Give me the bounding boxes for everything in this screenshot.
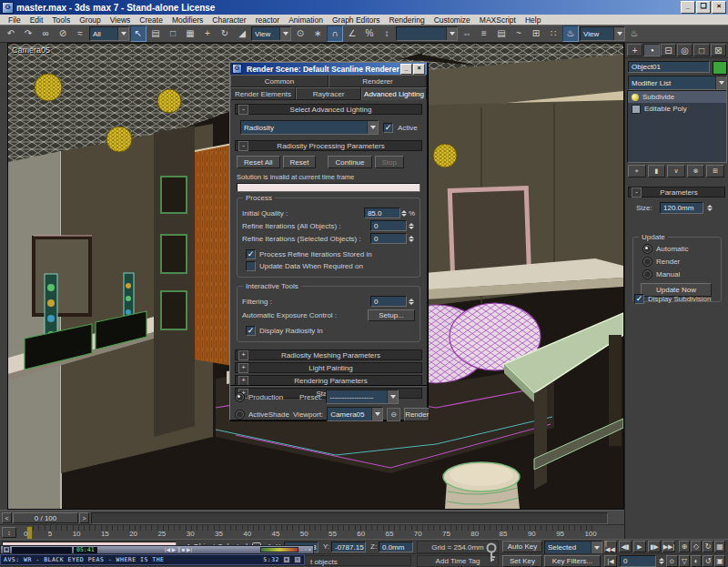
viewport-label[interactable]: Camera05 [12,46,50,55]
render-button[interactable]: Render [404,408,430,421]
tab-render-elements[interactable]: Render Elements [230,87,296,100]
menu-customize[interactable]: Customize [430,15,475,25]
menu-group[interactable]: Group [75,15,106,25]
refine-all-field[interactable]: 0 [370,220,407,231]
perspective-button[interactable]: ◇ [691,541,702,552]
update-render-radio[interactable] [642,257,652,267]
filtering-field[interactable]: 0 [370,296,407,307]
size-field[interactable]: 120.0mm [660,202,703,214]
menu-create[interactable]: Create [135,15,167,25]
panel-tab-utilities[interactable]: ⊠ [711,44,726,56]
selection-set-dropdown[interactable]: Selected [545,543,591,552]
object-name-field[interactable]: Object01 [628,61,710,73]
chevron-down-icon[interactable] [387,390,398,403]
roll-camera-button[interactable]: ↻ [703,541,713,552]
render-scene-dialog[interactable]: G Render Scene: Default Scanline Rendere… [229,62,428,420]
title-bar[interactable]: G master.max - 3ds max 7 - Stand-alone L… [0,0,728,15]
select-by-name-button[interactable]: ▤ [147,25,164,42]
initial-quality-spinner[interactable] [400,210,409,217]
z-coordinate-field[interactable]: 0.0mm [379,542,413,552]
refine-selected-spinner[interactable] [407,236,415,242]
frame-spinner[interactable] [657,555,665,567]
menu-file[interactable]: File [4,15,25,25]
active-checkbox[interactable]: ✓ [383,123,393,133]
layer-manager-button[interactable]: ▤ [493,25,510,42]
refine-selected-field[interactable]: 0 [370,233,407,244]
winamp-volume-slider[interactable] [260,547,298,552]
panel-tab-modify[interactable]: ◔ [643,44,659,56]
remove-modifier-button[interactable]: ⊗ [687,165,705,177]
update-data-checkbox[interactable]: ✓ [246,261,256,271]
update-automatic-radio[interactable] [642,244,652,254]
unlink-selection-button[interactable]: ⊘ [55,25,71,42]
winamp-titlebar[interactable]: ■ 05:41 |◀ ▶ ∥ ■ ▶| – ▫ × [0,545,314,554]
winamp-close-button[interactable]: × [294,556,301,563]
maximize-button[interactable]: ❏ [696,1,711,14]
dialog-title-bar[interactable]: G Render Scene: Default Scanline Rendere… [230,63,427,75]
time-configuration-button[interactable]: ⊙ [666,555,678,567]
current-frame-field[interactable]: 0 [620,555,656,567]
track-bar[interactable]: ↕ 05101520253035404550556065707580859095… [0,524,624,539]
time-slider-handle[interactable]: 0 / 100 [13,512,78,523]
rectangular-selection-region-button[interactable]: □ [165,25,181,42]
dialog-minimize-button[interactable]: _ [400,64,412,75]
make-unique-button[interactable]: ∨ [667,165,685,177]
percent-snap-toggle-button[interactable]: % [361,25,378,42]
menu-character[interactable]: Character [207,15,250,25]
menu-tools[interactable]: Tools [47,15,75,25]
activeshade-radio[interactable] [235,410,245,420]
select-and-scale-button[interactable]: ◢ [234,25,250,42]
auto-key-button[interactable]: Auto Key [502,541,542,552]
material-editor-button[interactable]: ∷ [545,25,561,42]
go-to-start-button[interactable]: |◀◀ [604,541,617,552]
select-and-manipulate-button[interactable]: ∗ [309,25,326,42]
previous-frame-button[interactable]: ◀▮ [619,541,632,552]
panel-tab-motion[interactable]: ◎ [677,44,693,56]
orbit-camera-button[interactable]: ↺ [703,555,713,567]
go-to-end-button[interactable]: ▶▶| [662,541,675,552]
chevron-down-icon[interactable] [715,76,726,89]
parameters-rollout[interactable]: - Parameters [628,187,725,197]
use-pivot-point-center-button[interactable]: ⊙ [292,25,308,42]
menu-animation[interactable]: Animation [284,15,328,25]
tab-raytracer[interactable]: Raytracer [296,87,361,100]
select-and-move-button[interactable]: + [199,25,216,42]
snap-toggle-3d-button[interactable]: ∩ [327,25,343,42]
display-subdivision-checkbox[interactable]: ✓ [634,294,644,304]
viewport-lock-icon[interactable]: ⊖ [387,408,400,421]
menu-help[interactable]: Help [521,15,545,25]
show-end-result-button[interactable]: ▮ [648,165,666,177]
winamp-window-buttons[interactable]: – ▫ × [300,546,311,553]
select-and-link-button[interactable]: ∞ [37,25,54,42]
render-viewport-dropdown[interactable]: Camera05 [328,410,371,419]
tab-advanced-lighting[interactable]: Advanced Lighting [361,87,427,100]
object-color-swatch[interactable] [713,61,727,75]
lighting-plugin-dropdown[interactable]: Radiosity [241,124,367,132]
setup-button[interactable]: Setup... [368,309,415,321]
winamp-shade-button[interactable]: ▪ [283,556,290,563]
window-crossing-button[interactable]: ▦ [182,25,198,42]
refine-all-spinner[interactable] [407,223,415,229]
menu-views[interactable]: Views [106,15,136,25]
dialog-close-button[interactable]: × [413,64,425,75]
redo-button[interactable]: ↷ [20,25,36,42]
winamp-menu-icon[interactable]: ■ [3,546,10,553]
modifier-list-dropdown[interactable]: Modifier List [629,79,715,87]
menu-graph-editors[interactable]: Graph Editors [328,15,384,25]
render-scene-dialog-button[interactable]: ♨ [562,25,579,42]
filtering-spinner[interactable] [407,299,415,305]
process-refine-checkbox[interactable]: ✓ [246,249,256,259]
stack-item-editable-poly[interactable]: Editable Poly [628,103,726,115]
curve-editor-button[interactable]: ~ [511,25,527,42]
zoom-extents-all-button[interactable]: ▦ [714,541,725,552]
chevron-down-icon[interactable] [371,408,382,420]
undo-button[interactable]: ↶ [3,25,19,42]
rollout-radiosity-meshing-parameters[interactable]: +Radiosity Meshing Parameters [235,349,422,360]
align-button[interactable]: ≡ [476,25,492,42]
play-animation-button[interactable]: ▶ [633,541,646,552]
chevron-down-icon[interactable] [367,121,378,134]
radiosity-processing-rollout[interactable]: - Radiosity Processing Parameters [235,140,422,151]
chevron-down-icon[interactable] [591,542,602,553]
spinner-snap-toggle-button[interactable]: ↕ [379,25,395,42]
menu-maxscript[interactable]: MAXScript [475,15,521,25]
